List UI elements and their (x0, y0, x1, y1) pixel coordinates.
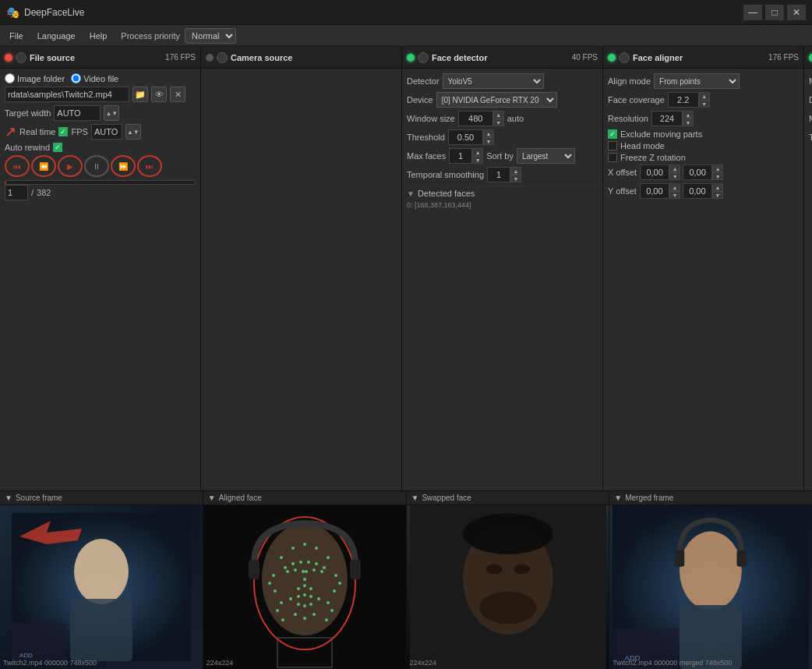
auto-rewind-check[interactable]: ✓ (53, 143, 62, 152)
auto-rewind-row: Auto rewind ✓ (5, 143, 196, 152)
threshold-up[interactable]: ▲ (483, 129, 494, 137)
real-time-check[interactable]: ✓ (58, 127, 68, 136)
marker-device-label: Device (809, 95, 812, 104)
svg-point-1 (74, 539, 129, 604)
max-faces-up[interactable]: ▲ (472, 148, 483, 156)
fps-spin[interactable]: ▲▼ (125, 124, 141, 140)
window-size-up[interactable]: ▲ (493, 111, 504, 119)
camera-source-led (206, 54, 214, 62)
face-aligner-power[interactable] (619, 52, 630, 63)
detector-device-row: Device [0] NVIDIA GeForce RTX 20 (407, 92, 598, 108)
fps-input[interactable] (91, 124, 122, 140)
process-priority-select[interactable]: Normal High Low (185, 28, 236, 44)
svg-point-59 (479, 591, 537, 624)
resolution-input[interactable] (651, 111, 683, 126)
browse-icon[interactable]: 📁 (132, 87, 148, 102)
detector-select[interactable]: YoloV5 (443, 73, 544, 89)
sort-by-select[interactable]: Largest (517, 148, 575, 164)
face-coverage-input[interactable] (668, 92, 699, 108)
play-btn[interactable]: ▶ (58, 155, 83, 177)
head-mode-check[interactable] (608, 141, 617, 150)
app-title: DeepFaceLive (24, 7, 743, 18)
fps-label: FPS (71, 127, 87, 136)
marker-temporal-label: Temporal smoothing (809, 133, 812, 142)
face-coverage-up[interactable]: ▲ (699, 92, 710, 100)
menu-file[interactable]: File (3, 29, 30, 43)
threshold-row: Threshold ▲ ▼ (407, 129, 598, 145)
maximize-button[interactable]: □ (765, 5, 784, 20)
svg-point-58 (514, 565, 530, 575)
camera-source-power[interactable] (217, 52, 228, 63)
window-size-down[interactable]: ▼ (493, 119, 504, 126)
freeze-z-label: Freeze Z rotation (620, 153, 686, 162)
pause-btn[interactable]: ⏸ (84, 155, 109, 177)
max-faces-down[interactable]: ▼ (472, 156, 483, 164)
align-mode-select[interactable]: From points (654, 73, 740, 89)
timeline-bar[interactable] (5, 180, 196, 185)
source-frame-label: Source frame (16, 494, 62, 502)
window-size-row: Window size ▲ ▼ auto (407, 111, 598, 126)
y-offset-inputs: ▲ ▼ ▲ ▼ (640, 183, 723, 199)
window-size-label: Window size (407, 114, 455, 123)
menu-help[interactable]: Help (83, 29, 114, 43)
detected-faces-label: Detected faces (418, 189, 475, 198)
threshold-input[interactable] (448, 129, 483, 145)
real-time-row: ↗ Real time ✓ FPS ▲▼ (5, 124, 196, 140)
freeze-z-check[interactable] (608, 153, 617, 162)
file-source-title: File source (30, 53, 75, 62)
detected-faces-arrow[interactable]: ▼ (407, 189, 415, 198)
window-size-input[interactable] (458, 111, 493, 126)
image-folder-radio[interactable]: Image folder (5, 73, 65, 83)
target-width-spin[interactable]: ▲▼ (104, 105, 119, 121)
marker-coverage-row: Marker coverage ▲ ▼ (809, 111, 812, 126)
max-faces-input[interactable] (449, 148, 472, 164)
x-offset-label: X offset (608, 168, 637, 177)
resolution-up[interactable]: ▲ (683, 111, 694, 119)
video-file-radio[interactable]: Video file (71, 73, 118, 83)
face-aligner-fps: 176 FPS (768, 53, 799, 62)
title-controls: — □ ✕ (743, 5, 806, 20)
next-btn[interactable]: ⏩ (111, 155, 136, 177)
swapped-face-header: ▼ Swapped face (407, 491, 609, 505)
file-path-input[interactable] (5, 87, 129, 102)
swapped-face-panel: ▼ Swapped face (407, 491, 610, 669)
close-file-icon[interactable]: ✕ (170, 87, 185, 102)
temporal-smooth-down[interactable]: ▼ (510, 175, 521, 182)
face-marker-panel: Face marker 106 FPS Marker Google FaceMe… (804, 47, 812, 490)
camera-source-panel: Camera source (201, 47, 402, 490)
source-frame-svg: ADD (12, 513, 191, 661)
svg-point-60 (463, 514, 553, 555)
detector-device-select[interactable]: [0] NVIDIA GeForce RTX 20 (436, 92, 557, 108)
svg-rect-2 (70, 599, 132, 661)
prev-start-btn[interactable]: ⏮ (5, 155, 30, 177)
max-faces-label: Max faces (407, 151, 446, 161)
menu-language[interactable]: Language (31, 29, 82, 43)
exclude-moving-check[interactable]: ✓ (608, 129, 617, 139)
app-icon: 🎭 (6, 6, 19, 19)
merged-frame-label: Merged frame (625, 494, 673, 502)
face-coverage-down[interactable]: ▼ (699, 100, 710, 108)
next-end-btn[interactable]: ⏭ (137, 155, 162, 177)
svg-text:ADD: ADD (19, 652, 33, 659)
close-button[interactable]: ✕ (787, 5, 806, 20)
face-detector-power[interactable] (418, 52, 429, 63)
y-offset-input2[interactable] (683, 183, 712, 199)
preview-icon[interactable]: 👁 (151, 87, 167, 102)
timeline-pos-input[interactable] (5, 185, 28, 200)
temporal-smooth-input[interactable] (487, 167, 510, 182)
sort-by-label: Sort by (486, 151, 514, 161)
threshold-down[interactable]: ▼ (483, 137, 494, 145)
file-source-power[interactable] (16, 52, 26, 63)
prev-btn[interactable]: ⏪ (31, 155, 56, 177)
y-offset-input1[interactable] (640, 183, 669, 199)
minimize-button[interactable]: — (743, 5, 762, 20)
x-offset-input2[interactable] (683, 165, 712, 180)
source-frame-content: ADD Twitch2.mp4 000000 748x500 (0, 505, 203, 669)
temporal-smooth-up[interactable]: ▲ (510, 167, 521, 175)
x-offset-input1[interactable] (640, 165, 669, 180)
resolution-down[interactable]: ▼ (683, 119, 694, 126)
face-aligner-led (608, 54, 616, 62)
y-offset-row: Y offset ▲ ▼ ▲ ▼ (608, 183, 799, 199)
svg-rect-67 (675, 550, 685, 567)
target-width-input[interactable] (54, 105, 101, 121)
